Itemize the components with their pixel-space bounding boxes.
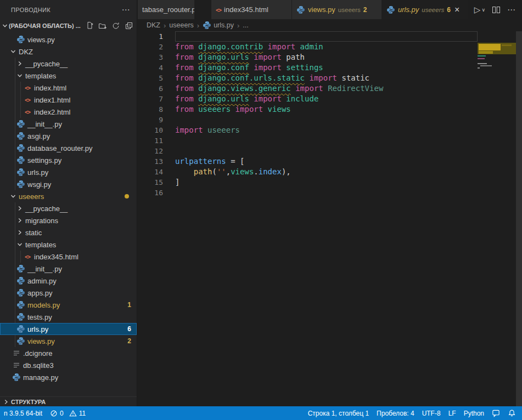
python-file-icon: [15, 337, 26, 345]
problems-badge: 2: [127, 337, 131, 345]
run-button[interactable]: ▷∨: [474, 5, 485, 15]
tab-index345.html[interactable]: <>index345.html: [211, 0, 292, 19]
code-text: urlpatterns = [: [175, 156, 244, 167]
status-indentation[interactable]: Пробелов: 4: [373, 406, 418, 420]
code-line-7: 7from django.urls import include: [138, 94, 522, 104]
python-file-icon: [15, 132, 26, 140]
code-line-6: 6from django.views.generic import Redire…: [138, 83, 522, 94]
tab-views.py[interactable]: views.pyuseeers2: [292, 0, 382, 19]
tree-file-database_roouter.py[interactable]: database_roouter.py: [0, 142, 137, 154]
tree-file-asgi.py[interactable]: asgi.py: [0, 130, 137, 142]
line-number: 3: [138, 52, 175, 63]
new-file-icon[interactable]: [85, 21, 94, 30]
breadcrumb-item-useeers[interactable]: useeers: [169, 21, 193, 29]
explorer-more-icon[interactable]: ⋯: [122, 5, 130, 15]
chevron-down-icon: [9, 49, 18, 54]
tree-file-admin.py[interactable]: admin.py: [0, 275, 137, 287]
line-number: 8: [138, 104, 175, 115]
current-line-highlight: [175, 31, 478, 42]
tree-folder-templates[interactable]: templates: [0, 70, 137, 82]
vertical-scrollbar[interactable]: [516, 31, 522, 406]
warning-icon: [69, 410, 77, 417]
tree-item-label: settings.py: [27, 156, 61, 164]
status-right: Строка 1, столбец 1Пробелов: 4UTF-8LFPyt…: [304, 406, 522, 420]
tree-folder-__pycache__[interactable]: __pycache__: [0, 58, 137, 70]
tree-file-settings.py[interactable]: settings.py: [0, 154, 137, 166]
line-number: 12: [138, 146, 175, 156]
status-problems[interactable]: 011: [46, 406, 93, 420]
breadcrumb-label: urls.py: [214, 21, 234, 29]
breadcrumb-item-...[interactable]: ...: [243, 21, 248, 29]
tree-file-models.py[interactable]: models.py1: [0, 299, 137, 311]
problems-badge: 6: [127, 325, 131, 333]
status-cursor-position[interactable]: Строка 1, столбец 1: [304, 406, 373, 420]
tree-file-wsgi.py[interactable]: wsgi.py: [0, 178, 137, 190]
status-notifications[interactable]: [504, 406, 520, 420]
code-text: from django.urls import include: [175, 94, 318, 104]
breadcrumb-item-DKZ[interactable]: DKZ: [147, 21, 160, 29]
tree-item-label: urls.py: [27, 325, 48, 333]
workspace-section-header[interactable]: (РАБОЧАЯ ОБЛАСТЬ) ...: [0, 19, 137, 32]
minimap-mark: [478, 58, 485, 59]
outline-section-header[interactable]: СТРУКТУРА: [0, 396, 137, 406]
tab-urls.py[interactable]: urls.pyuseeers6×: [382, 0, 468, 19]
code-text: from django.urls import path: [175, 52, 305, 63]
minimap-mark: [478, 67, 480, 69]
status-encoding[interactable]: UTF-8: [418, 406, 445, 420]
status-language-mode[interactable]: Python: [460, 406, 488, 420]
tree-file-index1.html[interactable]: <>index1.html: [0, 94, 137, 106]
tree-file-manage.py[interactable]: manage.py: [0, 371, 137, 383]
tree-file-db.sqlite3[interactable]: db.sqlite3: [0, 359, 137, 371]
tree-file-urls.py[interactable]: urls.py: [0, 166, 137, 178]
tab-tabase_roouter.py[interactable]: tabase_roouter.py: [138, 0, 195, 19]
code-line-14: 14 path('',views.index),: [138, 167, 522, 177]
chevron-right-icon: [3, 399, 9, 405]
tree-file-tests.py[interactable]: tests.py: [0, 311, 137, 323]
tree-folder-DKZ[interactable]: DKZ: [0, 46, 137, 58]
tree-folder-migrations[interactable]: migrations: [0, 214, 137, 226]
status-python-interpreter[interactable]: n 3.9.5 64-bit: [0, 406, 46, 420]
code-text: from useeers import views: [175, 104, 291, 115]
tree-item-label: templates: [25, 241, 56, 249]
tree-item-label: __init__.py: [27, 120, 62, 128]
tree-folder-static[interactable]: static: [0, 226, 137, 239]
tree-file-views.py[interactable]: views.py2: [0, 335, 137, 347]
run-dropdown-icon[interactable]: ∨: [481, 7, 485, 13]
tree-file-apps.py[interactable]: apps.py: [0, 287, 137, 299]
tree-file-urls.py[interactable]: urls.py6: [0, 323, 137, 335]
more-actions-icon[interactable]: ⋯: [507, 5, 515, 15]
code-editor[interactable]: 12from django.contrib import admin3from …: [138, 31, 522, 406]
tree-folder-__pycache__[interactable]: __pycache__: [0, 202, 137, 214]
tab-description: useeers: [422, 7, 444, 13]
minimap[interactable]: [478, 31, 516, 406]
close-icon[interactable]: ×: [454, 5, 459, 14]
tree-file-__init__.py[interactable]: __init__.py: [0, 118, 137, 130]
status-feedback[interactable]: [488, 406, 504, 420]
file-tree: views.pyDKZ__pycache__templates<>index.h…: [0, 32, 137, 396]
vscode-window: ПРОВОДНИК ⋯ (РАБОЧАЯ ОБЛАСТЬ) ... views.…: [0, 0, 522, 420]
tree-folder-templates[interactable]: templates: [0, 239, 137, 251]
tree-file-views.py[interactable]: views.py: [0, 33, 137, 46]
python-file-icon: [15, 144, 26, 152]
tree-folder-useeers[interactable]: useeers: [0, 190, 137, 202]
collapse-all-icon[interactable]: [125, 21, 133, 30]
line-number: 5: [138, 73, 175, 83]
tree-file-index345.html[interactable]: <>index345.html: [0, 251, 137, 263]
code-line-16: 16: [138, 188, 522, 198]
code-content[interactable]: 12from django.contrib import admin3from …: [138, 31, 522, 406]
breadcrumb-item-urls.py[interactable]: urls.py: [203, 21, 234, 30]
status-bar: n 3.9.5 64-bit011 Строка 1, столбец 1Про…: [0, 406, 522, 420]
python-file-icon: [15, 120, 26, 128]
tree-file-index.html[interactable]: <>index.html: [0, 82, 137, 94]
line-number: 6: [138, 83, 175, 94]
editor-group: tabase_roouter.py<>index345.htmlviews.py…: [138, 0, 522, 406]
refresh-icon[interactable]: [111, 21, 120, 30]
status-eol[interactable]: LF: [445, 406, 460, 420]
tree-file-index2.html[interactable]: <>index2.html: [0, 106, 137, 118]
split-editor-icon[interactable]: [492, 5, 501, 14]
html-file-icon: <>: [22, 97, 33, 103]
code-text: path('',views.index),: [175, 167, 291, 177]
tree-file-__init__.py[interactable]: __init__.py: [0, 263, 137, 275]
tree-file-.dcignore[interactable]: .dcignore: [0, 347, 137, 359]
new-folder-icon[interactable]: [98, 21, 107, 30]
